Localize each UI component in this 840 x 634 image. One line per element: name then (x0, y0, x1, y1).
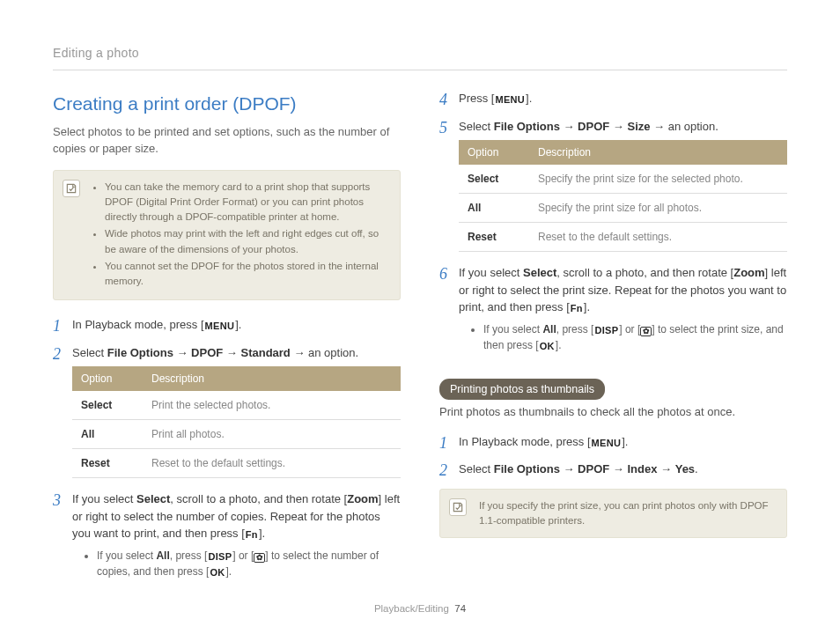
th-option: Option (459, 140, 529, 165)
step-1: In Playback mode, press [MENU]. (53, 316, 401, 334)
menu-button-icon: MENU (592, 436, 622, 451)
note-box: If you specify the print size, you can p… (439, 489, 787, 539)
footer-section: Playback/Editing (374, 603, 449, 614)
text: Press [ (459, 92, 494, 105)
label: All (542, 323, 556, 335)
table-row: AllPrint all photos. (72, 420, 401, 449)
note-item: You can take the memory card to a print … (105, 180, 387, 225)
note-icon (449, 498, 467, 516)
text: ]. (584, 300, 590, 313)
cell: Print all photos. (143, 420, 401, 449)
text: ]. (235, 318, 241, 331)
section-pill: Printing photos as thumbnails (439, 379, 605, 401)
text: Select (72, 346, 107, 359)
note-list: You can take the memory card to a print … (92, 180, 387, 290)
sub-item: If you select All, press [DISP] or [✿] t… (97, 548, 401, 580)
table-row: AllSpecify the print size for all photos… (459, 194, 787, 223)
label: Yes (675, 462, 695, 476)
fn-button-icon: Fn (246, 527, 258, 542)
th-option: Option (72, 366, 143, 391)
fn-button-icon: Fn (571, 301, 583, 316)
pill-description: Print photos as thumbnails to check all … (439, 403, 787, 421)
label: Index (627, 462, 657, 476)
cell: All (459, 194, 529, 223)
cell: Reset (459, 223, 529, 252)
label: Zoom (733, 266, 764, 279)
label: DPOF (191, 346, 223, 359)
disp-button-icon: DISP (208, 549, 232, 564)
text: If you select (97, 549, 156, 562)
arrow: → (560, 462, 578, 476)
label: Zoom (347, 492, 378, 505)
cell: Reset (72, 449, 143, 478)
arrow: → (657, 462, 674, 476)
text: If you select (459, 266, 523, 279)
table-row: SelectSpecify the print size for the sel… (459, 165, 787, 194)
cell: Specify the print size for all photos. (529, 194, 787, 223)
cell: Select (459, 165, 529, 194)
options-table-right: OptionDescription SelectSpecify the prin… (459, 140, 787, 252)
table-row: ResetReset to the default settings. (459, 223, 787, 252)
label: Select (136, 492, 170, 505)
note-box: You can take the memory card to a print … (53, 170, 401, 301)
cell: Select (72, 391, 143, 420)
options-table-left: OptionDescription SelectPrint the select… (72, 366, 401, 478)
label: Select (523, 266, 556, 279)
th-desc: Description (143, 366, 401, 391)
text: ]. (226, 565, 232, 578)
ok-button-icon: OK (210, 565, 225, 580)
text: . (695, 462, 698, 476)
text: In Playback mode, press [ (459, 435, 591, 448)
cell: Print the selected photos. (143, 391, 401, 420)
text: ] or [ (619, 323, 640, 335)
menu-button-icon: MENU (205, 319, 235, 334)
text: , scroll to a photo, and then rotate [ (170, 492, 347, 505)
cell: All (72, 420, 143, 449)
text: , scroll to a photo, and then rotate [ (556, 266, 733, 279)
arrow: → (223, 346, 240, 359)
page-footer: Playback/Editing 74 (0, 601, 840, 616)
ok-button-icon: OK (540, 339, 555, 354)
page-title: Creating a print order (DPOF) (53, 90, 401, 118)
text: ]. (526, 92, 532, 105)
step-4: Press [MENU]. (439, 90, 787, 107)
steps-right: Press [MENU]. Select File Options → DPOF… (439, 90, 787, 354)
page-number: 74 (454, 603, 466, 614)
step-3: If you select Select, scroll to a photo,… (53, 490, 401, 580)
text: , press [ (170, 549, 208, 562)
arrow: → (560, 120, 578, 133)
text: If you select (483, 323, 542, 335)
label: All (156, 549, 169, 562)
left-column: Creating a print order (DPOF) Select pho… (53, 90, 401, 591)
arrow: → (609, 462, 627, 476)
subtitle: Select photos to be printed and set opti… (53, 123, 401, 158)
label: Size (627, 120, 650, 133)
text: Select (459, 462, 494, 476)
text: ]. (622, 435, 628, 448)
text: In Playback mode, press [ (72, 318, 204, 331)
cell: Reset to the default settings. (529, 223, 787, 252)
arrow: → (173, 346, 191, 359)
label: DPOF (578, 120, 609, 133)
note-item: You cannot set the DPOF for the photos s… (105, 259, 387, 290)
note-item: Wide photos may print with the left and … (105, 226, 387, 257)
table-row: ResetReset to the default settings. (72, 449, 401, 478)
text: Select (459, 120, 494, 133)
th-desc: Description (529, 140, 787, 165)
step-5: Select File Options → DPOF → Size → an o… (439, 118, 787, 253)
label: File Options (494, 462, 560, 476)
step-t1: In Playback mode, press [MENU]. (439, 433, 787, 451)
text: → an option. (650, 120, 718, 133)
label: Standard (240, 346, 290, 359)
breadcrumb: Editing a photo (53, 44, 787, 70)
cell: Reset to the default settings. (143, 449, 401, 478)
disp-button-icon: DISP (594, 323, 618, 338)
arrow: → (609, 120, 627, 133)
table-row: SelectPrint the selected photos. (72, 391, 401, 420)
text: ]. (259, 527, 265, 540)
macro-button-icon: ✿ (254, 553, 265, 563)
cell: Specify the print size for the selected … (529, 165, 787, 194)
step-2: Select File Options → DPOF → Standard → … (53, 344, 401, 479)
text: ]. (556, 339, 562, 351)
label: DPOF (578, 462, 609, 476)
